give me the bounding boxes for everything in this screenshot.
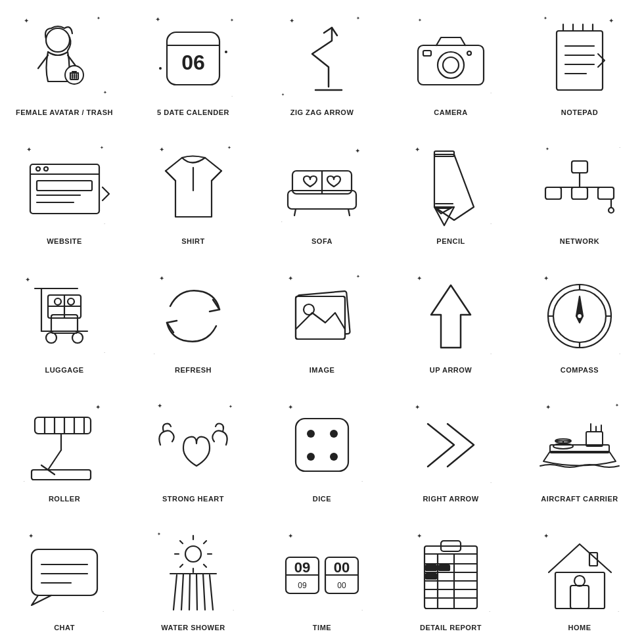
svg-point-92 bbox=[330, 453, 338, 461]
cell-roller: ✦ · ROLLER bbox=[0, 386, 129, 515]
svg-rect-102 bbox=[32, 549, 97, 595]
cell-strong-heart: ✦ ✦ STRONG HEART bbox=[129, 386, 258, 515]
cell-female-avatar-trash: ✦ ✦ ✦ bbox=[0, 0, 129, 129]
icon-right-arrow: ✦ · bbox=[405, 399, 497, 491]
icon-pencil: ✦ · bbox=[405, 141, 497, 233]
svg-rect-87 bbox=[32, 470, 91, 480]
svg-line-39 bbox=[348, 209, 350, 216]
svg-point-89 bbox=[307, 430, 315, 438]
icon-roller: ✦ · bbox=[18, 399, 110, 491]
label-strong-heart: STRONG HEART bbox=[162, 495, 224, 503]
svg-point-90 bbox=[330, 430, 338, 438]
svg-rect-52 bbox=[598, 187, 614, 199]
cell-aircraft-carrier: ✦ ✦ AIRCR bbox=[515, 386, 644, 515]
svg-marker-40 bbox=[434, 154, 474, 220]
svg-point-54 bbox=[609, 208, 614, 213]
svg-point-14 bbox=[438, 52, 464, 78]
label-sofa: SOFA bbox=[311, 237, 333, 245]
svg-line-114 bbox=[180, 564, 183, 567]
svg-point-10 bbox=[225, 51, 227, 53]
label-luggage: LUGGAGE bbox=[45, 366, 83, 374]
cell-water-shower: ✦ · bbox=[129, 515, 258, 644]
label-water-shower: WATER SHOWER bbox=[161, 624, 225, 632]
svg-rect-16 bbox=[423, 51, 431, 56]
svg-rect-27 bbox=[30, 164, 99, 214]
label-dice: DICE bbox=[313, 495, 331, 503]
svg-point-64 bbox=[68, 298, 74, 305]
label-shirt: SHIRT bbox=[181, 237, 205, 245]
cell-luggage: ✦ · LUGGAGE bbox=[0, 258, 129, 386]
label-zig-zag-arrow: ZIG ZAG ARROW bbox=[290, 108, 354, 116]
svg-line-111 bbox=[180, 541, 183, 543]
icon-aircraft-carrier: ✦ ✦ bbox=[534, 399, 626, 491]
svg-point-30 bbox=[44, 167, 48, 171]
svg-rect-141 bbox=[439, 565, 449, 570]
label-aircraft-carrier: AIRCRAFT CARRIER bbox=[541, 495, 618, 503]
svg-text:09: 09 bbox=[298, 581, 307, 590]
cell-sofa: ✦ · SOFA bbox=[258, 129, 386, 258]
icon-image: ✦ ✦ bbox=[276, 270, 368, 362]
svg-line-112 bbox=[204, 564, 206, 567]
svg-point-11 bbox=[159, 67, 162, 70]
svg-point-145 bbox=[574, 576, 585, 586]
label-camera: CAMERA bbox=[434, 108, 467, 116]
svg-line-38 bbox=[294, 209, 296, 216]
icon-up-arrow: ✦ · bbox=[405, 270, 497, 362]
icon-chat: ✦ · bbox=[18, 528, 110, 620]
icon-dice: ✦ · bbox=[276, 399, 368, 491]
label-female-avatar-trash: FEMALE AVATAR / TRASH bbox=[16, 108, 113, 116]
label-image: IMAGE bbox=[310, 366, 335, 374]
icon-luggage: ✦ · bbox=[18, 270, 110, 362]
svg-point-60 bbox=[72, 333, 83, 343]
cell-pencil: ✦ · PENCIL bbox=[386, 129, 515, 258]
cell-detail-report: ✦ · DETAI bbox=[386, 515, 515, 644]
label-time: TIME bbox=[313, 624, 331, 632]
svg-rect-47 bbox=[572, 161, 587, 173]
icon-notepad: ✦ ✦ bbox=[534, 12, 626, 104]
label-pencil: PENCIL bbox=[436, 237, 465, 245]
svg-point-17 bbox=[467, 51, 471, 55]
svg-point-63 bbox=[55, 298, 61, 305]
svg-point-15 bbox=[443, 57, 459, 73]
icon-date-calendar: ✦ ✦ · 06 bbox=[147, 12, 239, 104]
icon-water-shower: ✦ · bbox=[147, 528, 239, 620]
icon-female-avatar-trash: ✦ ✦ ✦ bbox=[18, 12, 110, 104]
cell-compass: ✦ · COMPASS bbox=[515, 258, 644, 386]
icon-network: ✦ · bbox=[534, 141, 626, 233]
svg-rect-94 bbox=[586, 432, 603, 446]
cell-dice: ✦ · DICE bbox=[258, 386, 386, 515]
svg-rect-143 bbox=[555, 572, 605, 609]
icon-zig-zag-arrow: ✦ ✦ ✦ bbox=[276, 12, 368, 104]
svg-text:06: 06 bbox=[181, 51, 205, 74]
label-compass: COMPASS bbox=[561, 366, 599, 374]
svg-rect-51 bbox=[572, 187, 587, 199]
icon-strong-heart: ✦ ✦ bbox=[147, 399, 239, 491]
svg-line-117 bbox=[189, 574, 190, 610]
label-refresh: REFRESH bbox=[175, 366, 212, 374]
svg-line-116 bbox=[181, 574, 183, 610]
cell-date-calendar: ✦ ✦ · 06 5 DATE CALENDER bbox=[129, 0, 258, 129]
label-chat: CHAT bbox=[54, 624, 75, 632]
svg-rect-78 bbox=[35, 417, 91, 434]
cell-website: ✦ ✦ · WEBSITE bbox=[0, 129, 129, 258]
svg-point-29 bbox=[36, 167, 40, 171]
svg-line-120 bbox=[210, 575, 213, 610]
label-roller: ROLLER bbox=[49, 495, 80, 503]
svg-rect-144 bbox=[570, 586, 589, 609]
icon-shirt: ✦ ✦ bbox=[147, 141, 239, 233]
cell-notepad: ✦ ✦ NOTEPAD bbox=[515, 0, 644, 129]
svg-point-77 bbox=[577, 313, 582, 319]
svg-rect-88 bbox=[296, 419, 348, 471]
cell-refresh: ✦ · REFRESH bbox=[129, 258, 258, 386]
icon-camera: ✦ · bbox=[405, 12, 497, 104]
icon-time: ✦ · 09 09 00 00 bbox=[276, 528, 368, 620]
svg-rect-140 bbox=[426, 565, 436, 570]
cell-image: ✦ ✦ IMAGE bbox=[258, 258, 386, 386]
svg-text:00: 00 bbox=[334, 559, 350, 576]
icon-refresh: ✦ · bbox=[147, 270, 239, 362]
cell-network: ✦ · NETWORK bbox=[515, 129, 644, 258]
svg-rect-142 bbox=[426, 574, 436, 579]
svg-line-80 bbox=[48, 450, 61, 470]
icon-sofa: ✦ · bbox=[276, 141, 368, 233]
icon-home: ✦ · bbox=[534, 528, 626, 620]
